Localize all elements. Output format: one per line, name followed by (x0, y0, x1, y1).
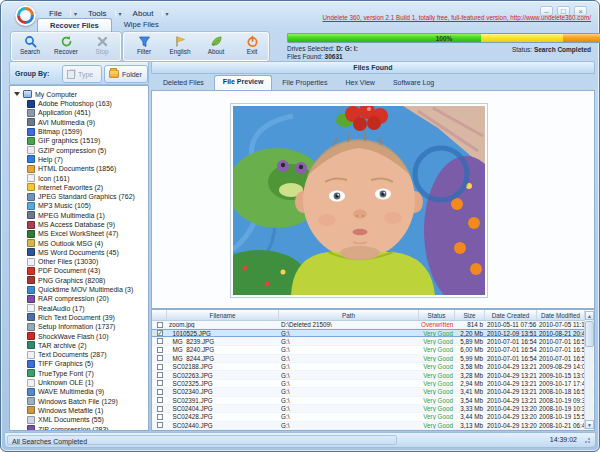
table-row[interactable]: _MG_8240.JPG G:\ Very Good 6,00 Mb 2010-… (152, 346, 594, 354)
column-size[interactable]: Size (455, 310, 485, 320)
tree-item[interactable]: Other Files (13030) (14, 257, 146, 266)
tree-item[interactable]: MS Access Database (9) (14, 220, 146, 229)
tree-item[interactable]: AVI Multimedia (9) (14, 118, 146, 127)
table-row[interactable]: _SC02391.JPG G:\ Very Good 3,54 Mb 2010-… (152, 397, 594, 405)
row-checkbox[interactable] (157, 347, 163, 353)
search-button[interactable]: Search (13, 33, 47, 60)
table-row[interactable]: _SC02440.JPG G:\ Very Good 3,13 Mb 2010-… (152, 422, 594, 430)
column-status[interactable]: Status (419, 310, 455, 320)
tree-item[interactable]: RealAudio (17) (14, 304, 146, 313)
row-checkbox[interactable] (157, 380, 163, 386)
table-row[interactable]: _SC02340.JPG G:\ Very Good 3,41 Mb 2010-… (152, 388, 594, 396)
tree-item[interactable]: WAVE Multimedia (9) (14, 387, 146, 396)
tree-item[interactable]: HTML Documents (1856) (14, 164, 146, 173)
group-by-folder-button[interactable]: Folder (104, 65, 148, 83)
row-checkbox[interactable] (157, 330, 163, 336)
tree-item[interactable]: TIFF Graphics (5) (14, 359, 146, 368)
tree-item[interactable]: RAR compression (20) (14, 294, 146, 303)
table-scrollbar[interactable]: ▲ ▼ (584, 311, 593, 429)
scroll-down-icon[interactable]: ▼ (585, 420, 594, 429)
tree-item[interactable]: GIF graphics (1519) (14, 136, 146, 145)
tree-item[interactable]: Application (451) (14, 108, 146, 117)
chevron-down-icon[interactable]: ▾ (70, 10, 80, 17)
tree-item[interactable]: Adobe Photoshop (163) (14, 99, 146, 108)
tree-item[interactable]: Bitmap (1599) (14, 127, 146, 136)
tree-item[interactable]: ZIP compression (283) (14, 424, 146, 431)
column-filename[interactable]: Filename (167, 310, 279, 320)
cell-filename: _SC02404.JPG (167, 405, 279, 412)
table-row[interactable]: zoom.jpg D:\Deleted 21509\ Overwritten 8… (152, 321, 594, 329)
tree-item[interactable]: Windows Metafile (1) (14, 406, 146, 415)
row-checkbox[interactable] (157, 338, 163, 344)
chevron-down-icon[interactable]: ▾ (115, 10, 125, 17)
tree-item[interactable]: TrueType Font (7) (14, 369, 146, 378)
column-path[interactable]: Path (279, 310, 419, 320)
about-button[interactable]: About (199, 33, 233, 60)
tree-item[interactable]: Unknown OLE (1) (14, 378, 146, 387)
tree-item[interactable]: Internet Favorites (2) (14, 183, 146, 192)
app-tab[interactable]: Recover Files (37, 18, 112, 32)
content-tab[interactable]: File Properties (274, 77, 335, 90)
table-row[interactable]: _SC02263.JPG G:\ Very Good 3,28 Mb 2010-… (152, 371, 594, 379)
tree-item[interactable]: Rich Text Document (39) (14, 313, 146, 322)
row-checkbox[interactable] (157, 422, 163, 428)
content-tab[interactable]: File Preview (214, 75, 272, 90)
tree-item[interactable]: TAR archive (2) (14, 341, 146, 350)
filter-button[interactable]: Filter (127, 33, 161, 60)
tree-item[interactable]: Quicktime MOV Multimedia (3) (14, 285, 146, 294)
column-date-modified[interactable]: Date Modified (537, 310, 585, 320)
content-tab[interactable]: Deleted Files (155, 77, 212, 90)
tree-item[interactable]: MPEG Multimedia (1) (14, 211, 146, 220)
row-checkbox[interactable] (157, 355, 163, 361)
product-website-link[interactable]: Undelete 360, version 2.1 Build 1, total… (323, 14, 591, 21)
tree-item[interactable]: MS Excel WorkSheet (47) (14, 229, 146, 238)
tree-item[interactable]: XML Documents (55) (14, 415, 146, 424)
tree-item[interactable]: GZIP compression (5) (14, 145, 146, 154)
tree-expand-icon[interactable] (14, 92, 20, 96)
row-checkbox[interactable] (157, 406, 163, 412)
content-tab[interactable]: Hex View (337, 77, 382, 90)
scrollbar-thumb[interactable] (585, 321, 594, 347)
tree-item[interactable]: MS Word Documents (45) (14, 248, 146, 257)
exit-button[interactable]: Exit (235, 33, 269, 60)
cell-date-created: 2010-07-01 16:54 (485, 338, 537, 345)
table-row[interactable]: _1010525.JPG G:\ Very Good 2,20 Mb 2010-… (152, 329, 594, 337)
table-row[interactable]: _MG_8244.JPG G:\ Very Good 5,99 Mb 2010-… (152, 355, 594, 363)
tree-item[interactable]: MS Outlook MSG (4) (14, 238, 146, 247)
table-row[interactable]: _SC02404.JPG G:\ Very Good 3,33 Mb 2010-… (152, 405, 594, 413)
tree-item[interactable]: Setup Information (1737) (14, 322, 146, 331)
cell-date-modified: 2008-10-19 09:34 (537, 397, 585, 404)
column-checkbox[interactable] (152, 310, 167, 320)
tree-item[interactable]: JPEG Standard Graphics (762) (14, 192, 146, 201)
tree-item[interactable]: Help (7) (14, 155, 146, 164)
tree-root-my-computer[interactable]: My Computer (14, 89, 146, 99)
tree-item[interactable]: Icon (161) (14, 173, 146, 182)
tree-item[interactable]: Windows Batch File (129) (14, 397, 146, 406)
chevron-down-icon[interactable]: ▾ (162, 10, 172, 17)
row-checkbox[interactable] (157, 414, 163, 420)
table-row[interactable]: _SC02428.JPG G:\ Very Good 3,44 Mb 2010-… (152, 413, 594, 421)
tree-item[interactable]: PNG Graphics (8208) (14, 276, 146, 285)
table-row[interactable]: _MG_8239.JPG G:\ Very Good 5,89 Mb 2010-… (152, 338, 594, 346)
row-checkbox[interactable] (157, 397, 163, 403)
tree-item[interactable]: ShockWave Flash (10) (14, 331, 146, 340)
row-checkbox[interactable] (157, 322, 163, 328)
app-tab[interactable]: Wipe Files (112, 18, 171, 32)
resize-grip[interactable] (584, 436, 592, 444)
language-button[interactable]: English (163, 33, 197, 60)
tree-item[interactable]: MP3 Music (105) (14, 201, 146, 210)
column-date-created[interactable]: Date Created (485, 310, 537, 320)
content-tab[interactable]: Software Log (385, 77, 442, 90)
row-checkbox[interactable] (157, 372, 163, 378)
row-checkbox[interactable] (157, 364, 163, 370)
file-type-icon (27, 128, 35, 136)
table-row[interactable]: _SC02325.JPG G:\ Very Good 2,94 Mb 2010-… (152, 380, 594, 388)
table-row[interactable]: _SC02465.JPG G:\ Very Good 3,44 Mb 2010-… (152, 430, 594, 431)
row-checkbox[interactable] (157, 389, 163, 395)
group-by-type-button[interactable]: Type (62, 65, 102, 83)
tree-item[interactable]: PDF Document (43) (14, 266, 146, 275)
scroll-up-icon[interactable]: ▲ (585, 311, 594, 320)
recover-button[interactable]: Recover (49, 33, 83, 60)
table-row[interactable]: _SC02188.JPG G:\ Very Good 3,58 Mb 2010-… (152, 363, 594, 371)
tree-item[interactable]: Text Documents (287) (14, 350, 146, 359)
